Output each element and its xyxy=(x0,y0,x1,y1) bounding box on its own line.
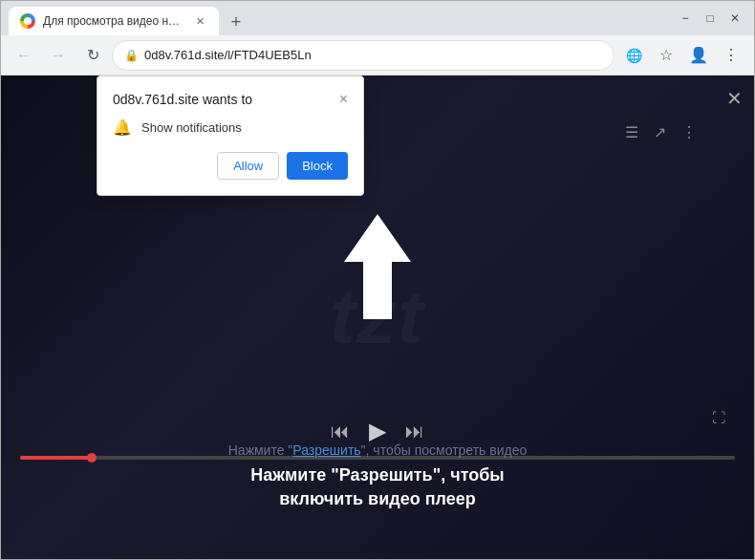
subtitle-line1: Нажмите "Разрешить", чтобы посмотреть ви… xyxy=(1,442,754,458)
forward-button[interactable]: → xyxy=(43,40,74,71)
url-text: 0d8v.761d.site/l/FTD4UEB5Ln xyxy=(144,48,602,62)
tab-favicon xyxy=(20,13,35,29)
active-tab[interactable]: Для просмотра видео нажмите ✕ xyxy=(9,7,219,35)
play-button[interactable]: ▶ xyxy=(369,418,386,444)
fullscreen-icon: ⛶ xyxy=(712,410,725,425)
popup-title: 0d8v.761d.site wants to xyxy=(113,92,252,107)
translate-button[interactable]: 🌐 xyxy=(618,40,649,71)
subtitle-main-line1: Нажмите "Разрешить", чтобы xyxy=(250,465,504,485)
new-tab-button[interactable]: + xyxy=(223,9,249,35)
allow-button[interactable]: Allow xyxy=(217,152,279,180)
popup-header: 0d8v.761d.site wants to × xyxy=(113,92,348,107)
share-icon[interactable]: ↗ xyxy=(654,123,666,141)
block-button[interactable]: Block xyxy=(287,152,348,180)
close-window-button[interactable]: ✕ xyxy=(723,7,746,30)
subtitle-main: Нажмите "Разрешить", чтобы включить виде… xyxy=(1,463,754,511)
arrow-indicator xyxy=(339,209,416,324)
page-content: tzt ✕ ☰ ↗ ⋮ ⏮ ▶ ⏭ ⛶ xyxy=(1,75,754,559)
tab-close-button[interactable]: ✕ xyxy=(192,13,207,29)
translate-icon: 🌐 xyxy=(626,48,642,63)
browser-window: Для просмотра видео нажмите ✕ + − □ ✕ ← … xyxy=(0,0,755,560)
navigation-bar: ← → ↻ 🔒 0d8v.761d.site/l/FTD4UEB5Ln 🌐 ☆ … xyxy=(1,35,754,75)
star-icon: ☆ xyxy=(659,46,673,64)
menu-button[interactable]: ⋮ xyxy=(716,40,746,71)
more-icon[interactable]: ⋮ xyxy=(681,123,697,141)
bookmark-button[interactable]: ☆ xyxy=(651,40,681,71)
skip-forward-button[interactable]: ⏭ xyxy=(405,420,424,442)
subtitle-main-line2: включить видео плеер xyxy=(279,489,475,508)
address-bar[interactable]: 🔒 0d8v.761d.site/l/FTD4UEB5Ln xyxy=(112,40,615,71)
svg-marker-0 xyxy=(344,214,411,319)
profile-button[interactable]: 👤 xyxy=(683,40,714,71)
tab-title: Для просмотра видео нажмите xyxy=(43,14,184,28)
notification-popup: 0d8v.761d.site wants to × 🔔 Show notific… xyxy=(97,75,364,196)
popup-close-button[interactable]: × xyxy=(339,92,348,107)
tab-area: Для просмотра видео нажмите ✕ + xyxy=(9,1,670,35)
profile-icon: 👤 xyxy=(689,46,708,64)
popup-buttons: Allow Block xyxy=(113,152,348,180)
video-controls: ⏮ ▶ ⏭ xyxy=(331,418,424,444)
subtitle-link: Разрешить xyxy=(292,442,360,458)
popup-notification-row: 🔔 Show notifications xyxy=(113,118,348,137)
page-close-button[interactable]: ✕ xyxy=(726,87,743,110)
video-subtitle: Нажмите "Разрешить", чтобы посмотреть ви… xyxy=(1,442,754,511)
nav-actions: 🌐 ☆ 👤 ⋮ xyxy=(618,40,746,71)
minimize-button[interactable]: − xyxy=(674,7,697,30)
skip-back-button[interactable]: ⏮ xyxy=(331,420,350,442)
subtitle-prefix: Нажмите " xyxy=(228,442,293,458)
subtitle-suffix: ", чтобы посмотреть видео xyxy=(361,442,528,458)
bell-icon: 🔔 xyxy=(113,118,132,137)
notification-text: Show notifications xyxy=(141,120,242,135)
dots-icon: ⋮ xyxy=(723,46,739,64)
lock-icon: 🔒 xyxy=(124,49,139,62)
extra-controls: ☰ ↗ ⋮ xyxy=(625,123,697,141)
settings-icon[interactable]: ☰ xyxy=(625,123,638,141)
title-bar: Для просмотра видео нажмите ✕ + − □ ✕ xyxy=(1,1,754,35)
fullscreen-button[interactable]: ⛶ xyxy=(712,410,725,425)
arrow-svg xyxy=(339,209,416,324)
reload-button[interactable]: ↻ xyxy=(77,40,108,71)
maximize-button[interactable]: □ xyxy=(699,7,722,30)
back-button[interactable]: ← xyxy=(9,40,39,71)
window-controls: − □ ✕ xyxy=(674,7,746,30)
